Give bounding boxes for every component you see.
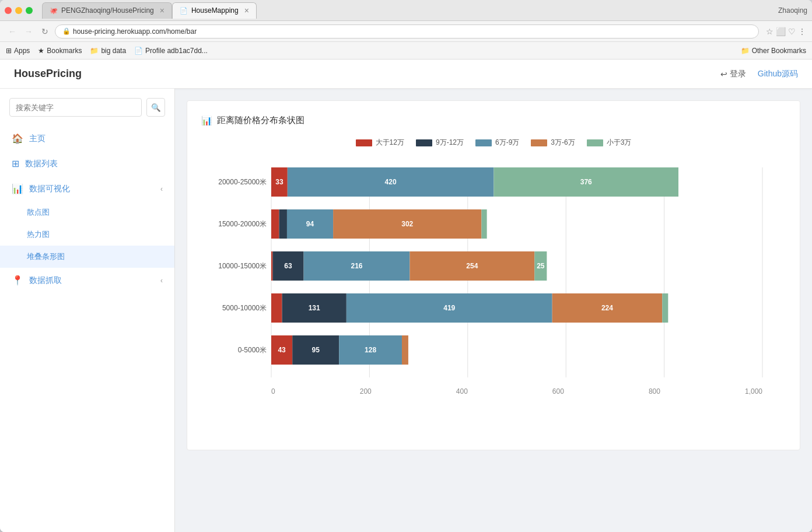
bookmark-star-button[interactable]: ☆ [766,27,774,36]
x-label-0: 0 [271,387,275,396]
heart-button[interactable]: ♡ [788,27,796,36]
sidebar-item-scatter[interactable]: 散点图 [0,201,174,223]
legend-color-3to6 [531,139,547,146]
sidebar-item-stacked-bar[interactable]: 堆叠条形图 [0,246,174,268]
traffic-lights [5,7,33,14]
x-label-400: 400 [456,387,468,396]
svg-text:5000-10000米: 5000-10000米 [222,304,267,312]
svg-rect-20 [481,209,487,239]
chart-area: 20000-25000米3342037615000-20000米94302100… [201,162,786,396]
svg-text:420: 420 [385,178,397,186]
url-text: house-pricing.herokuapp.com/home/bar [73,27,197,36]
login-button[interactable]: ↩ 登录 [720,69,746,79]
sidebar-item-data-crawl[interactable]: 📍 数据抓取 ‹ [0,268,174,293]
tab-github[interactable]: 🐙 PENGZhaoqing/HousePricing × [42,2,172,19]
svg-text:33: 33 [275,178,284,186]
chart-legend: 大于12万 9万-12万 6万-9万 3万-6万 [201,138,786,148]
bookmark-big-data[interactable]: 📁 big data [90,47,126,55]
bar-chart-svg: 20000-25000米3342037615000-20000米94302100… [201,162,786,383]
legend-color-9to12 [416,139,432,146]
housemapping-tab-icon: 📄 [180,7,188,15]
sidebar-item-home[interactable]: 🏠 主页 [0,126,174,151]
svg-text:43: 43 [278,346,286,354]
legend-item-gt12: 大于12万 [356,138,404,148]
scatter-label: 散点图 [27,207,50,218]
app-header: HousePricing ↩ 登录 Github源码 [0,60,812,89]
svg-text:254: 254 [466,262,478,270]
search-area: 🔍 [0,98,174,126]
search-input[interactable] [9,98,142,117]
profile-label: Profile adb1ac7dd... [145,47,208,55]
heatmap-label: 热力图 [27,229,50,240]
cast-button[interactable]: ⬜ [776,27,786,36]
sidebar-item-heatmap[interactable]: 热力图 [0,223,174,246]
legend-color-6to9 [475,139,492,146]
svg-text:95: 95 [312,346,320,354]
nav-icons: ☆ ⬜ ♡ ⋮ [766,27,806,36]
app-logo: HousePricing [14,68,82,80]
svg-text:0-5000米: 0-5000米 [238,346,267,354]
forward-button[interactable]: → [22,25,35,38]
home-icon: 🏠 [12,133,23,144]
svg-rect-39 [662,293,668,323]
svg-text:131: 131 [309,304,320,312]
svg-rect-22 [271,251,273,281]
search-button[interactable]: 🔍 [146,98,165,117]
svg-text:302: 302 [401,220,413,228]
legend-item-lt3: 小于3万 [587,138,632,148]
browser-window: 🐙 PENGZhaoqing/HousePricing × 📄 HouseMap… [0,0,812,532]
chart-title: 📊 距离随价格分布条状图 [201,115,786,126]
maximize-traffic-light[interactable] [26,7,33,14]
legend-label-9to12: 9万-12万 [436,138,464,148]
github-tab-icon: 🐙 [50,7,58,15]
svg-text:376: 376 [580,178,592,186]
svg-rect-14 [271,209,279,239]
other-bookmarks[interactable]: 📁 Other Bookmarks [741,47,806,55]
data-crawl-chevron-icon: ‹ [160,276,163,285]
menu-button[interactable]: ⋮ [798,27,806,36]
stacked-bar-label: 堆叠条形图 [27,251,65,262]
big-data-icon: 📁 [90,47,99,55]
legend-item-9to12: 9万-12万 [416,138,464,148]
x-axis-labels: 0 200 400 600 800 1,000 [201,385,786,396]
svg-text:20000-25000米: 20000-25000米 [218,178,267,186]
sidebar-item-data-list[interactable]: ⊞ 数据列表 [0,151,174,176]
folder-icon: 📁 [741,47,750,55]
profile-icon: 📄 [134,47,143,55]
bookmark-profile[interactable]: 📄 Profile adb1ac7dd... [134,47,208,55]
svg-text:216: 216 [351,262,362,270]
title-bar: 🐙 PENGZhaoqing/HousePricing × 📄 HouseMap… [0,0,812,21]
x-label-600: 600 [552,387,564,396]
sidebar-home-label: 主页 [29,134,46,144]
x-label-800: 800 [649,387,660,396]
bookmarks-icon: ★ [38,47,44,55]
github-label: Github源码 [758,69,798,78]
sidebar-item-data-viz[interactable]: 📊 数据可视化 ‹ [0,176,174,201]
github-link[interactable]: Github源码 [758,69,798,79]
svg-text:419: 419 [443,304,455,312]
minimize-traffic-light[interactable] [15,7,22,14]
svg-rect-15 [279,209,286,239]
legend-item-6to9: 6万-9万 [475,138,519,148]
reload-button[interactable]: ↻ [38,25,51,38]
tab-github-label: PENGZhaoqing/HousePricing [61,6,154,15]
tab-github-close[interactable]: × [160,6,164,15]
browser-username: Zhaoqing [778,6,807,15]
apps-icon: ⊞ [6,47,12,55]
tab-housemapping-close[interactable]: × [244,6,249,15]
app-body: 🔍 🏠 主页 ⊞ 数据列表 📊 数据可视化 ‹ 散点图 [0,89,812,532]
legend-label-lt3: 小于3万 [607,138,632,148]
other-bookmarks-label: Other Bookmarks [752,47,806,55]
bookmark-apps[interactable]: ⊞ Apps [6,47,30,55]
bookmark-bookmarks[interactable]: ★ Bookmarks [38,47,82,55]
tab-housemapping-label: HouseMapping [191,6,239,15]
back-button[interactable]: ← [6,25,19,38]
close-traffic-light[interactable] [5,7,12,14]
sidebar: 🔍 🏠 主页 ⊞ 数据列表 📊 数据可视化 ‹ 散点图 [0,89,175,532]
url-bar[interactable]: 🔒 house-pricing.herokuapp.com/home/bar [55,24,759,38]
svg-text:25: 25 [537,262,545,270]
legend-color-lt3 [587,139,603,146]
chevron-icon: ‹ [160,185,163,193]
tab-housemapping[interactable]: 📄 HouseMapping × [172,2,257,19]
lock-icon: 🔒 [62,27,71,35]
